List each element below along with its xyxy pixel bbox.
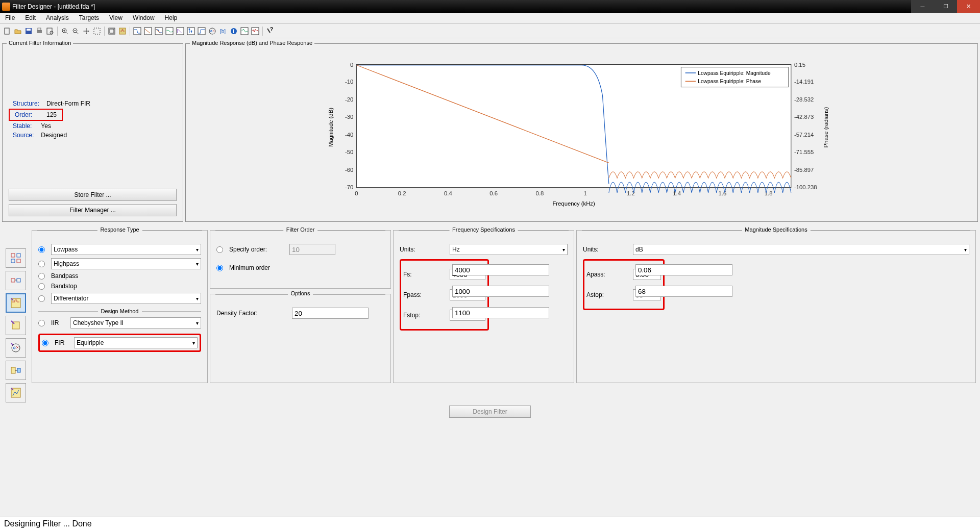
print-icon[interactable]	[34, 26, 44, 36]
svg-line-8	[66, 32, 68, 34]
close-button[interactable]: ✕	[957, 0, 980, 13]
menu-window[interactable]: Window	[128, 13, 160, 23]
menu-view[interactable]: View	[104, 13, 128, 23]
zoom-out-icon[interactable]	[70, 26, 81, 36]
phase-response-icon[interactable]	[143, 26, 153, 36]
toolbar: [b] i ?	[0, 24, 980, 38]
filter-spec-icon[interactable]	[117, 26, 128, 36]
step-icon[interactable]	[197, 26, 207, 36]
order-highlight: Order: 125	[9, 109, 63, 121]
menu-help[interactable]: Help	[160, 13, 183, 23]
print-preview-icon[interactable]	[45, 26, 55, 36]
svg-rect-17	[119, 28, 126, 34]
svg-rect-16	[110, 29, 114, 33]
side-polezero-icon[interactable]	[6, 338, 26, 358]
differentiator-radio[interactable]	[38, 295, 45, 302]
stable-label: Stable:	[10, 122, 37, 130]
design-method-title: Design Method	[98, 308, 142, 314]
svg-text:-14.191: -14.191	[794, 79, 814, 85]
svg-text:-10: -10	[345, 79, 353, 85]
side-design-icon[interactable]	[6, 293, 26, 313]
menu-targets[interactable]: Targets	[74, 13, 104, 23]
svg-text:0.4: 0.4	[444, 190, 452, 196]
new-icon[interactable]	[2, 26, 12, 36]
store-filter-button[interactable]: Store Filter ...	[9, 189, 177, 201]
bandstop-label: Bandstop	[51, 283, 77, 290]
menu-analysis[interactable]: Analysis	[41, 13, 74, 23]
bandpass-radio[interactable]	[38, 273, 45, 280]
menu-edit[interactable]: Edit	[20, 13, 41, 23]
fstop-input-wide[interactable]	[452, 307, 549, 318]
svg-text:1.4: 1.4	[673, 190, 681, 196]
svg-text:0: 0	[355, 190, 358, 196]
astop-label: Astop:	[586, 291, 629, 298]
highpass-select[interactable]: Highpass	[51, 258, 201, 269]
fir-highlight: FIREquiripple	[38, 334, 201, 352]
full-view-icon[interactable]	[107, 26, 117, 36]
impulse-icon[interactable]	[186, 26, 196, 36]
apass-input-wide[interactable]	[635, 264, 732, 275]
side-transform-icon[interactable]	[6, 271, 26, 290]
fir-radio[interactable]	[42, 340, 48, 346]
freq-units-select[interactable]: Hz	[450, 244, 568, 255]
design-filter-button[interactable]: Design Filter	[449, 406, 531, 418]
minimum-order-radio[interactable]	[216, 265, 223, 271]
highpass-radio[interactable]	[38, 261, 45, 267]
bandstop-radio[interactable]	[38, 283, 45, 290]
side-structure-icon[interactable]	[6, 248, 26, 268]
svg-rect-14	[94, 28, 100, 34]
astop-input-wide[interactable]	[635, 286, 732, 297]
source-value: Designed	[38, 131, 70, 139]
svg-text:Lowpass Equiripple: Magnitude: Lowpass Equiripple: Magnitude	[698, 70, 771, 76]
svg-text:-50: -50	[345, 149, 353, 155]
mag-response-icon[interactable]	[132, 26, 142, 36]
svg-rect-78	[17, 279, 20, 282]
lowpass-radio[interactable]	[38, 246, 45, 253]
magnitude-est-icon[interactable]	[239, 26, 250, 36]
svg-text:Frequency (kHz): Frequency (kHz)	[552, 200, 595, 207]
polezero-icon[interactable]	[207, 26, 217, 36]
specify-order-input[interactable]	[289, 244, 335, 255]
pan-icon[interactable]	[81, 26, 91, 36]
freq-units-label: Units:	[400, 246, 446, 253]
fs-input-wide[interactable]	[452, 264, 549, 275]
differentiator-select[interactable]: Differentiator	[51, 293, 201, 304]
context-help-icon[interactable]: ?	[265, 26, 275, 36]
mag-phase-icon[interactable]	[154, 26, 164, 36]
fs-label: Fs:	[403, 271, 446, 278]
iir-select[interactable]: Chebyshev Type II	[70, 317, 201, 328]
specify-order-radio[interactable]	[216, 246, 223, 253]
side-import-icon[interactable]	[6, 316, 26, 335]
noise-icon[interactable]	[250, 26, 260, 36]
svg-rect-76	[17, 259, 20, 263]
fir-select[interactable]: Equiripple	[74, 337, 198, 348]
apass-label: Apass:	[586, 271, 629, 278]
restore-view-icon[interactable]	[92, 26, 102, 36]
minimize-button[interactable]: ─	[911, 0, 934, 13]
side-toolbar	[2, 225, 30, 402]
side-quantize-icon[interactable]	[6, 383, 26, 402]
lowpass-select[interactable]: Lowpass	[51, 244, 201, 255]
app-icon	[2, 3, 10, 11]
zoom-in-icon[interactable]	[60, 26, 70, 36]
minimum-order-label: Minimum order	[229, 264, 270, 271]
svg-text:-30: -30	[345, 114, 353, 120]
save-icon[interactable]	[23, 26, 34, 36]
coefficients-icon[interactable]: [b]	[218, 26, 228, 36]
open-icon[interactable]	[13, 26, 23, 36]
fstop-label: Fstop:	[403, 312, 446, 319]
side-realize-icon[interactable]	[6, 361, 26, 380]
mag-units-select[interactable]: dB	[633, 244, 969, 255]
response-plot[interactable]: 0 -10 -20 -30 -40 -50 -60 -70 0.15 -14.1…	[206, 54, 957, 216]
svg-text:Magnitude (dB): Magnitude (dB)	[328, 108, 334, 147]
fpass-input-wide[interactable]	[452, 286, 549, 297]
density-input[interactable]	[292, 308, 369, 319]
group-delay-icon[interactable]	[164, 26, 175, 36]
svg-rect-2	[27, 29, 31, 31]
iir-radio[interactable]	[38, 320, 45, 326]
filter-manager-button[interactable]: Filter Manager ...	[9, 204, 177, 216]
menu-file[interactable]: File	[0, 13, 20, 23]
phase-delay-icon[interactable]	[175, 26, 185, 36]
maximize-button[interactable]: ☐	[934, 0, 957, 13]
info-icon[interactable]: i	[229, 26, 239, 36]
